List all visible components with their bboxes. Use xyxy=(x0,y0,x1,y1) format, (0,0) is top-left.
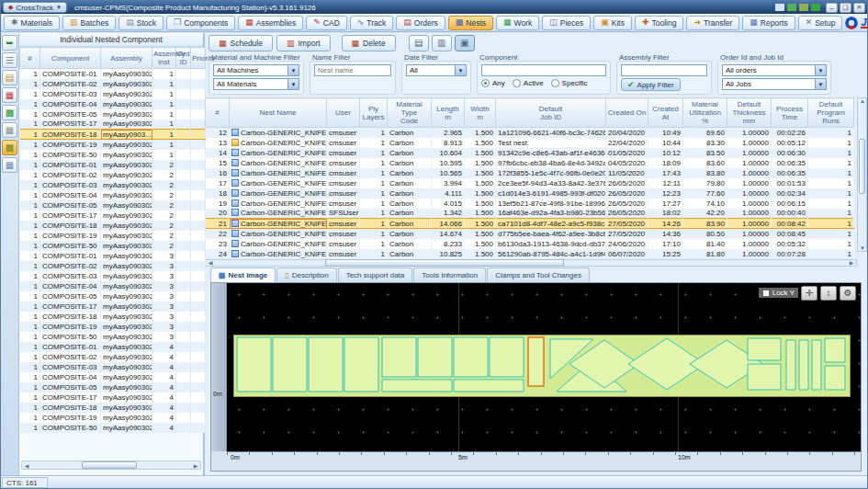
table-row[interactable]: 1COMPOSITE-17myAasy0903023 xyxy=(20,301,206,312)
table-row[interactable]: 17Carbon-GENERIC_KNIFE-0056cmsuser1Carbo… xyxy=(206,178,854,188)
table-row[interactable]: 1COMPOSITE-03myAasy0903023 xyxy=(20,271,206,281)
table-row[interactable]: 19Carbon-GENERIC_KNIFE-0059cmsuser1Carbo… xyxy=(206,199,854,209)
scroll-right-icon[interactable]: ▶ xyxy=(847,259,856,266)
restore-button[interactable]: ❑ xyxy=(840,3,851,13)
table-row[interactable]: 1COMPOSITE-04myAasy0903022 xyxy=(20,190,206,200)
grid-view-button[interactable]: ▦ xyxy=(2,157,17,173)
table-row[interactable]: 1COMPOSITE-05myAasy0903024 xyxy=(20,382,206,392)
column-header[interactable]: Component xyxy=(40,48,101,69)
nest-part[interactable] xyxy=(799,340,808,390)
table-row[interactable]: 1COMPOSITE-05myAasy0903021 xyxy=(20,109,206,119)
table-row[interactable]: 1COMPOSITE-18myAasy0903022 xyxy=(20,221,206,231)
nest-part[interactable] xyxy=(748,364,781,390)
scroll-thumb[interactable] xyxy=(82,461,137,469)
table-row[interactable]: 1COMPOSITE-01myAasy0903022 xyxy=(20,160,206,170)
column-header[interactable]: Process Time xyxy=(772,98,808,128)
table-row[interactable]: 23Carbon-GENERIC_KNIFE-0067cmsuser1Carbo… xyxy=(206,239,854,249)
table-row[interactable]: 1COMPOSITE-01myAasy0903024 xyxy=(20,342,206,352)
minimize-button[interactable]: – xyxy=(826,3,838,13)
assembly-input[interactable] xyxy=(621,64,707,76)
table-row[interactable]: 1COMPOSITE-05myAasy0903022 xyxy=(20,200,206,210)
column-header[interactable]: Created On xyxy=(606,98,648,128)
nc-code-button[interactable]: ▣ xyxy=(455,35,475,51)
table-row[interactable]: 1COMPOSITE-05myAasy0903023 xyxy=(20,291,206,301)
table-row[interactable]: 20Carbon-GENERIC_KNIFE-0060SFSUser1Carbo… xyxy=(206,209,854,219)
table-row[interactable]: 1COMPOSITE-18myAasy0903...1 xyxy=(20,130,206,140)
table-row[interactable]: 16Carbon-GENERIC_KNIFE-0055cmsuser1Carbo… xyxy=(206,168,854,178)
nest-part[interactable] xyxy=(382,337,416,377)
left-horizontal-scrollbar[interactable]: ◀ ▶ xyxy=(21,461,201,470)
component-list-button[interactable]: ▤ xyxy=(2,70,17,85)
date-select[interactable]: All ▼ xyxy=(406,64,467,76)
main-horizontal-scrollbar[interactable]: ◀ ▶ xyxy=(205,259,857,267)
column-header[interactable]: Assembly xyxy=(101,48,152,69)
close-button[interactable]: ✕ xyxy=(853,3,865,13)
table-row[interactable]: 1COMPOSITE-50myAasy0903021 xyxy=(20,150,206,160)
machines-select[interactable]: All Machines ▼ xyxy=(213,64,299,76)
toolbar-tab-tooling[interactable]: ✚Tooling xyxy=(635,16,683,30)
print-nest-button[interactable]: ▤ xyxy=(409,35,429,51)
schedule-button[interactable]: ▦ Schedule xyxy=(209,35,273,51)
column-header[interactable]: Assembly inst xyxy=(152,48,176,69)
toolbar-tab-track[interactable]: ∿Track xyxy=(350,16,393,30)
pattern-view-button[interactable]: ▦ xyxy=(2,122,17,138)
table-row[interactable]: 1COMPOSITE-19myAasy0903023 xyxy=(20,322,206,332)
toolbar-tab-pieces[interactable]: ◫Pieces xyxy=(542,16,591,30)
table-row[interactable]: 24Carbon-GENERIC_KNIFE-0068cmsuser1Carbo… xyxy=(206,249,854,259)
toolbar-tab-reports[interactable]: ▦Reports xyxy=(742,16,795,30)
column-header[interactable]: Material Type Code xyxy=(388,98,432,128)
fit-vertical-button[interactable]: ↕ xyxy=(820,286,837,301)
table-row[interactable]: 1COMPOSITE-50myAasy0903024 xyxy=(20,423,206,433)
nest-part[interactable] xyxy=(454,380,524,392)
nest-name-input[interactable] xyxy=(314,64,391,76)
lock-y-checkbox[interactable] xyxy=(762,290,770,297)
nest-part[interactable] xyxy=(273,337,307,392)
nest-part[interactable] xyxy=(237,337,271,392)
nest-part[interactable] xyxy=(382,380,452,392)
tab-tech-support-data[interactable]: Tech support data xyxy=(338,267,413,282)
nest-part[interactable] xyxy=(748,338,781,360)
table-row[interactable]: 18Carbon-GENERIC_KNIFE-0057cmsuser1Carbo… xyxy=(206,188,854,199)
table-row[interactable]: 1COMPOSITE-17myAasy0903021 xyxy=(20,119,206,130)
chevron-down-icon[interactable]: ▼ xyxy=(287,79,299,89)
table-row[interactable]: 12Carbon-GENERIC_KNIFE-0049cmsuser1Carbo… xyxy=(206,128,854,138)
tab-nest-image[interactable]: ▦Nest image xyxy=(210,267,276,282)
table-row[interactable]: 1COMPOSITE-18myAasy0903023 xyxy=(20,312,206,322)
table-row[interactable]: 1COMPOSITE-50myAasy0903023 xyxy=(20,332,206,342)
column-header[interactable]: Nest Name xyxy=(230,98,327,128)
table-row[interactable]: 1COMPOSITE-02myAasy0903022 xyxy=(20,170,206,180)
toolbar-tab-components[interactable]: ❒Components xyxy=(166,16,235,30)
chevron-down-icon[interactable]: ▼ xyxy=(287,65,299,75)
column-header[interactable]: Priority xyxy=(191,48,206,69)
table-row[interactable]: 1COMPOSITE-02myAasy0903021 xyxy=(20,79,206,89)
nest-part[interactable] xyxy=(812,340,821,390)
scroll-left-icon[interactable]: ◀ xyxy=(206,259,215,266)
column-header[interactable]: Ord ID xyxy=(176,48,191,69)
list-view-button[interactable]: ☰ xyxy=(2,52,17,68)
nest-part[interactable] xyxy=(418,337,452,377)
nest-part[interactable] xyxy=(825,366,845,390)
app-menu-button[interactable]: ◆ CrossTrack ▼ xyxy=(3,2,67,13)
table-row[interactable]: 1COMPOSITE-03myAasy0903022 xyxy=(20,180,206,190)
table-row[interactable]: 1COMPOSITE-02myAasy0903024 xyxy=(20,352,206,362)
machine-post-button[interactable]: ▥ xyxy=(432,35,452,51)
export-nest-button[interactable]: ➥ xyxy=(2,35,17,51)
table-row[interactable]: 1COMPOSITE-19myAasy0903022 xyxy=(20,231,206,241)
column-header[interactable]: Width m xyxy=(465,98,496,128)
table-row[interactable]: 1COMPOSITE-04myAasy0903024 xyxy=(20,372,206,382)
column-header[interactable]: User xyxy=(327,98,360,128)
toolbar-tab-kits[interactable]: ▣Kits xyxy=(593,16,632,30)
column-header[interactable]: Default Thickness mm xyxy=(727,98,772,128)
column-header[interactable]: Default Job ID xyxy=(496,98,606,128)
tab-description[interactable]: ▯Description xyxy=(276,267,336,282)
toolbar-tab-batches[interactable]: ▥Batches xyxy=(62,16,116,30)
table-row[interactable]: 1COMPOSITE-01myAasy0903021 xyxy=(20,69,206,79)
apply-filter-button[interactable]: ✔ Apply Filter xyxy=(621,78,681,91)
toolbar-tab-setup[interactable]: ✕Setup xyxy=(798,16,843,30)
toolbar-tab-work[interactable]: ▦Work xyxy=(496,16,539,30)
delete-nest-button[interactable]: ▦ xyxy=(2,87,17,103)
radio-specific[interactable]: Specific xyxy=(551,79,588,87)
column-header[interactable]: Ply Layers xyxy=(360,98,388,128)
nest-part[interactable] xyxy=(344,337,378,392)
scroll-thumb[interactable] xyxy=(325,259,564,267)
